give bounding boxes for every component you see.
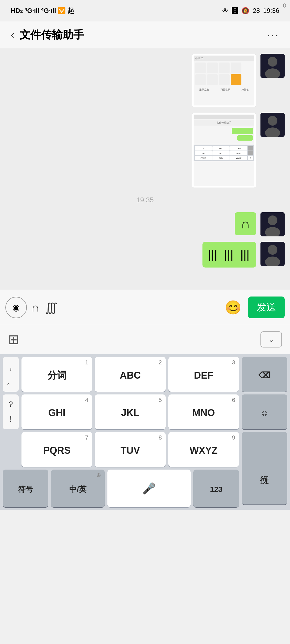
svg-point-1 xyxy=(268,57,277,67)
nav-bar: ‹ 文件传输助手 ··· xyxy=(0,21,290,48)
key-fenchi[interactable]: 1 分词 xyxy=(21,357,92,392)
screenshot-thumb-1: 小红书 xyxy=(192,54,256,107)
punct-period[interactable]: 。 xyxy=(7,376,15,387)
collapse-icon: ⌄ xyxy=(268,335,274,344)
keyboard-row-3: 7 PQRS 8 TUV 9 WXYZ xyxy=(3,432,239,467)
status-time: 19:36 xyxy=(263,7,279,14)
screenshot-images: 小红书 xyxy=(192,54,256,107)
sticker-content-1: ∩ xyxy=(241,217,250,230)
status-bar: HD₂ ⁴G·ıll ⁴G·ıll 🛜 起 👁 🅱 🔕 28 19:36 xyxy=(0,0,290,21)
key-lang[interactable]: ⊕ 中/英 xyxy=(51,470,105,507)
status-battery: 28 xyxy=(253,7,260,14)
emoji-icon: 😊 xyxy=(225,300,241,315)
avatar-4 xyxy=(260,242,285,266)
punct-exclaim[interactable]: ！ xyxy=(7,414,15,425)
emoji-key-button[interactable]: ☺ xyxy=(242,394,287,429)
punct-column: ， 。 xyxy=(3,357,19,392)
punct-question[interactable]: ？ xyxy=(7,399,15,410)
delete-icon: ⌫ xyxy=(258,370,270,380)
status-network: HD₂ ⁴G·ıll ⁴G·ıll 🛜 起 xyxy=(11,6,74,15)
status-eye-icon: 👁 xyxy=(222,7,229,14)
svg-point-7 xyxy=(268,215,277,225)
keyboard-row-bottom: 符号 ⊕ 中/英 0 🎤 123 xyxy=(3,470,239,507)
status-right: 👁 🅱 🔕 28 19:36 xyxy=(222,7,279,14)
key-space[interactable]: 0 🎤 xyxy=(107,470,191,507)
avatar-3 xyxy=(260,212,285,236)
screenshot-images-2: 文件传输助手 1 ABC DEF xyxy=(192,113,256,188)
punct-column-2: ？ ！ xyxy=(3,394,19,429)
key-abc[interactable]: 2 ABC xyxy=(95,357,165,392)
punct-comma[interactable]: ， xyxy=(7,361,15,372)
status-bluetooth-icon: 🅱 xyxy=(232,7,238,14)
voice-button[interactable]: ◉ xyxy=(5,297,27,318)
message-sticker-2: ⫼⫼⫼ xyxy=(5,242,285,268)
nav-title: 文件传输助手 xyxy=(20,27,267,42)
sticker-content-2: ⫼⫼⫼ xyxy=(205,247,253,263)
send-button[interactable]: 发送 xyxy=(248,297,285,318)
delete-button[interactable]: ⌫ xyxy=(242,357,287,392)
emoji-key-icon: ☺ xyxy=(260,408,269,418)
key-pqrs[interactable]: 7 PQRS xyxy=(21,432,92,467)
voice-icon: ◉ xyxy=(12,302,20,313)
grid-icon[interactable]: ⊞ xyxy=(8,332,19,347)
message-screenshot-2: 文件传输助手 1 ABC DEF xyxy=(5,113,285,188)
avatar xyxy=(260,54,285,78)
candidate-2[interactable]: ∭ xyxy=(45,301,58,314)
more-button[interactable]: ··· xyxy=(267,28,279,42)
sticker-bubble-2: ⫼⫼⫼ xyxy=(202,242,256,268)
key-123[interactable]: 123 xyxy=(193,470,239,507)
sticker-bubble-1: ∩ xyxy=(235,212,256,235)
mic-icon: 🎤 xyxy=(142,482,156,495)
keyboard-row-1: ， 。 1 分词 2 ABC 3 DEF ⌫ xyxy=(3,357,287,392)
screenshot-thumb-2: 文件传输助手 1 ABC DEF xyxy=(192,113,256,188)
svg-point-4 xyxy=(268,116,277,126)
emoji-button[interactable]: 😊 xyxy=(222,297,244,318)
message-sticker-1: ∩ xyxy=(5,212,285,236)
key-mno[interactable]: 6 MNO xyxy=(168,394,239,429)
input-candidates: ∩ ∭ xyxy=(31,301,218,314)
key-tuv[interactable]: 8 TUV xyxy=(95,432,165,467)
toolbar-row: ⊞ ⌄ xyxy=(0,325,290,354)
key-wxyz[interactable]: 9 WXYZ xyxy=(168,432,239,467)
avatar-2 xyxy=(260,113,285,137)
message-screenshots: 小红书 xyxy=(5,54,285,107)
keyboard-rows-combined: 7 PQRS 8 TUV 9 WXYZ 符号 ⊕ 中/ xyxy=(3,432,287,507)
time-divider: 19:35 xyxy=(5,196,285,204)
candidate-1[interactable]: ∩ xyxy=(31,301,40,314)
svg-point-10 xyxy=(268,245,277,255)
key-ghi[interactable]: 4 GHI xyxy=(21,394,92,429)
keyboard-rows-left: 7 PQRS 8 TUV 9 WXYZ 符号 ⊕ 中/ xyxy=(3,432,239,507)
status-bell-icon: 🔕 xyxy=(241,7,249,14)
keyboard-row-2: ？ ！ 4 GHI 5 JKL 6 MNO ☺ xyxy=(3,394,287,429)
input-area: ◉ ∩ ∭ 😊 发送 xyxy=(0,290,290,325)
collapse-button[interactable]: ⌄ xyxy=(260,331,282,347)
key-jkl[interactable]: 5 JKL xyxy=(95,394,165,429)
chat-area: 小红书 xyxy=(0,48,290,290)
enter-key[interactable]: 换行 xyxy=(242,432,287,504)
key-def[interactable]: 3 DEF xyxy=(168,357,239,392)
keyboard: ， 。 1 分词 2 ABC 3 DEF ⌫ ？ ！ 4 GHI 5 J xyxy=(0,354,290,510)
back-button[interactable]: ‹ xyxy=(11,29,14,41)
status-left: HD₂ ⁴G·ıll ⁴G·ıll 🛜 起 xyxy=(11,6,74,15)
key-symbol[interactable]: 符号 xyxy=(3,470,48,507)
